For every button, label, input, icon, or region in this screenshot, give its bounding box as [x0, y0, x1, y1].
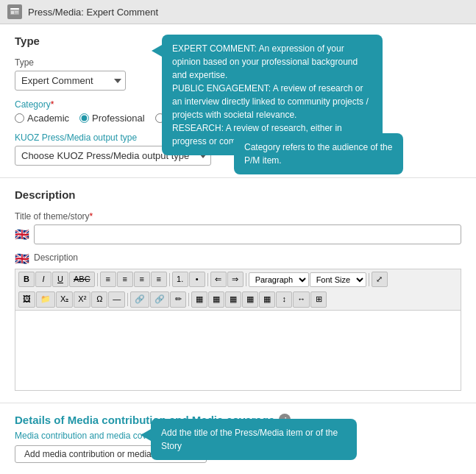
radio-academic-input[interactable]	[15, 113, 24, 123]
bold-button[interactable]: B	[18, 272, 35, 287]
title-text-input[interactable]	[34, 224, 461, 244]
indent-button[interactable]: ⇒	[227, 272, 244, 287]
desc-flag-icon: 🇬🇧	[15, 252, 29, 266]
dash-button[interactable]: —	[108, 291, 125, 307]
toolbar-divider-6	[127, 293, 128, 306]
flag-icon: 🇬🇧	[15, 227, 29, 241]
title-bar: Press/Media: Expert Comment	[0, 0, 476, 24]
main-content: Type Type Expert Comment Public Engageme…	[0, 24, 476, 474]
underline-button[interactable]: U	[52, 272, 68, 287]
tooltip-type-text: EXPERT COMMENT: An expression of your op…	[172, 43, 369, 146]
rich-toolbar-row2: 🖼 📁 X₂ X² Ω — 🔗 🔗 ✏ ▦ ▦ ▦ ▦ ▦ ↕	[15, 289, 461, 309]
unordered-list-button[interactable]: •	[189, 272, 205, 287]
title-bar-text: Press/Media: Expert Comment	[28, 7, 158, 18]
outdent-button[interactable]: ⇐	[210, 272, 227, 287]
tooltip-category-text: Category refers to the audience of the P…	[244, 142, 392, 166]
font-size-select[interactable]: Font Size	[310, 272, 366, 287]
radio-professional-label: Professional	[92, 113, 145, 124]
svg-rect-2	[11, 11, 14, 14]
type-select[interactable]: Expert Comment Public Engagement Researc…	[15, 71, 126, 91]
toolbar-divider-5	[369, 273, 369, 286]
expand-button[interactable]: ⤢	[372, 272, 388, 287]
align-center-button[interactable]: ≡	[117, 272, 133, 287]
radio-professional[interactable]: Professional	[79, 113, 145, 124]
radio-professional-input[interactable]	[79, 113, 89, 123]
tooltip-title-text: Add the title of the Press/Media item or…	[161, 428, 338, 451]
table6-button[interactable]: ↕	[276, 291, 292, 307]
toolbar-divider-4	[246, 273, 246, 286]
rich-text-area[interactable]	[15, 310, 461, 391]
toolbar-divider-7	[188, 293, 189, 306]
superscript-button[interactable]: X²	[74, 291, 90, 307]
image-button[interactable]: 🖼	[18, 291, 35, 307]
tooltip-category: Category refers to the audience of the P…	[234, 133, 403, 174]
svg-rect-4	[15, 13, 18, 13]
ordered-list-button[interactable]: 1.	[172, 272, 188, 287]
radio-academic-label: Academic	[27, 113, 69, 124]
align-right-button[interactable]: ≡	[134, 272, 150, 287]
italic-button[interactable]: I	[35, 272, 51, 287]
toolbar-divider-1	[97, 273, 98, 286]
strikethrough-button[interactable]: ABC	[69, 272, 95, 287]
link-button[interactable]: 🔗	[130, 291, 149, 307]
align-justify-button[interactable]: ≡	[151, 272, 167, 287]
subscript-button[interactable]: X₂	[56, 291, 73, 307]
desc-field-label: Description	[34, 252, 78, 263]
type-section: Type Type Expert Comment Public Engageme…	[0, 24, 476, 178]
desc-label-row: 🇬🇧 Description	[15, 252, 461, 266]
toolbar-divider-2	[169, 273, 170, 286]
image2-button[interactable]: 📁	[36, 291, 55, 307]
omega-button[interactable]: Ω	[91, 291, 107, 307]
app-container: Press/Media: Expert Comment Type Type Ex…	[0, 0, 476, 474]
description-section: Description Title of theme/story* 🇬🇧 Add…	[0, 178, 476, 403]
toolbar-divider-3	[207, 273, 208, 286]
table3-button[interactable]: ▦	[225, 291, 241, 307]
icon-svg	[10, 7, 20, 17]
description-section-title: Description	[15, 188, 461, 201]
press-media-icon	[7, 4, 22, 19]
table7-button[interactable]: ↔	[293, 291, 310, 307]
svg-rect-1	[10, 8, 19, 10]
description-field-wrapper: 🇬🇧 Description B I U ABC ≡ ≡ ≡ ≡ 1. •	[15, 252, 461, 391]
edit-button[interactable]: ✏	[170, 291, 186, 307]
table4-button[interactable]: ▦	[242, 291, 258, 307]
radio-academic[interactable]: Academic	[15, 113, 69, 124]
svg-rect-3	[15, 11, 18, 12]
type-select-wrapper[interactable]: Expert Comment Public Engagement Researc…	[15, 71, 126, 91]
title-field-row: 🇬🇧	[15, 224, 461, 244]
table1-button[interactable]: ▦	[191, 291, 207, 307]
rich-toolbar-row1: B I U ABC ≡ ≡ ≡ ≡ 1. • ⇐ ⇒	[15, 269, 461, 289]
title-field-label: Title of theme/story*	[15, 211, 461, 222]
paragraph-select[interactable]: Paragraph	[249, 272, 309, 287]
table2-button[interactable]: ▦	[208, 291, 224, 307]
align-left-button[interactable]: ≡	[100, 272, 116, 287]
tooltip-title: Add the title of the Press/Media item or…	[151, 419, 357, 460]
table5-button[interactable]: ▦	[259, 291, 275, 307]
table8-button[interactable]: ⊞	[310, 291, 327, 307]
unlink-button[interactable]: 🔗	[150, 291, 169, 307]
